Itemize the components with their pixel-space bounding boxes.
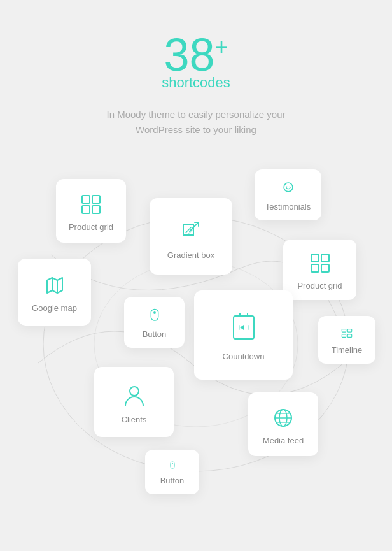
- svg-rect-15: [151, 309, 158, 320]
- product-grid-icon-2: [309, 252, 332, 275]
- clients-label: Clients: [122, 415, 147, 424]
- svg-rect-9: [311, 254, 319, 262]
- shortcodes-number: 38+: [13, 32, 379, 78]
- button-1-label: Button: [143, 329, 167, 339]
- card-countdown[interactable]: Countdown: [194, 290, 293, 380]
- header-section: 38+ shortcodes In Moody theme to easily …: [0, 0, 392, 157]
- testimonials-icon: [279, 181, 298, 196]
- gradient-box-label: Gradient box: [167, 250, 214, 260]
- product-grid-icon-1: [80, 193, 102, 216]
- svg-rect-4: [82, 206, 90, 213]
- media-feed-icon: [272, 406, 295, 429]
- google-map-label: Google map: [32, 303, 77, 313]
- svg-rect-22: [342, 334, 346, 338]
- svg-point-6: [284, 183, 293, 192]
- shortcodes-label: shortcodes: [13, 75, 379, 91]
- svg-rect-2: [82, 196, 90, 203]
- timeline-label: Timeline: [332, 345, 363, 355]
- svg-point-16: [153, 311, 156, 314]
- card-button-2[interactable]: Button: [145, 450, 199, 494]
- svg-rect-5: [92, 206, 100, 213]
- svg-rect-10: [321, 254, 329, 262]
- svg-rect-20: [342, 329, 346, 333]
- button-icon-1: [146, 308, 164, 323]
- card-timeline[interactable]: Timeline: [318, 316, 375, 364]
- card-google-map[interactable]: Google map: [18, 259, 91, 326]
- card-product-grid-1[interactable]: Product grid: [56, 179, 126, 243]
- svg-rect-19: [248, 325, 249, 330]
- card-button-1[interactable]: Button: [124, 297, 185, 348]
- clients-icon: [122, 383, 147, 408]
- button-2-label: Button: [160, 476, 185, 485]
- subtitle: In Moody theme to easily personalize you…: [13, 107, 379, 138]
- card-product-grid-2[interactable]: Product grid: [283, 240, 356, 300]
- timeline-icon: [338, 327, 356, 339]
- svg-rect-18: [239, 325, 240, 330]
- media-feed-label: Media feed: [263, 436, 304, 445]
- product-grid-2-label: Product grid: [297, 281, 342, 290]
- card-media-feed[interactable]: Media feed: [248, 392, 318, 456]
- card-gradient-box[interactable]: Gradient box: [150, 198, 232, 275]
- number-value: 38: [164, 29, 214, 80]
- svg-point-7: [286, 186, 287, 187]
- subtitle-line1: In Moody theme to easily personalize you…: [107, 109, 286, 120]
- cards-area: Product grid Gradient box Testimonials: [0, 163, 392, 533]
- svg-point-8: [289, 186, 290, 187]
- countdown-label: Countdown: [223, 352, 265, 361]
- svg-rect-3: [92, 196, 100, 203]
- svg-rect-12: [321, 264, 329, 272]
- card-clients[interactable]: Clients: [94, 367, 174, 437]
- svg-rect-11: [311, 264, 319, 272]
- svg-rect-21: [347, 329, 351, 333]
- countdown-icon: [227, 312, 260, 345]
- svg-point-31: [171, 463, 172, 464]
- product-grid-1-label: Product grid: [69, 222, 113, 232]
- number-superscript: +: [215, 34, 228, 60]
- gradient-box-icon: [177, 216, 205, 244]
- button-icon-2: [165, 461, 180, 469]
- svg-rect-23: [347, 334, 351, 338]
- svg-point-24: [130, 387, 139, 396]
- svg-rect-30: [170, 462, 174, 469]
- card-testimonials[interactable]: Testimonials: [255, 169, 321, 220]
- subtitle-line2: WordPress site to your liking: [136, 124, 256, 135]
- testimonials-label: Testimonials: [265, 202, 311, 211]
- google-map-icon: [43, 274, 66, 297]
